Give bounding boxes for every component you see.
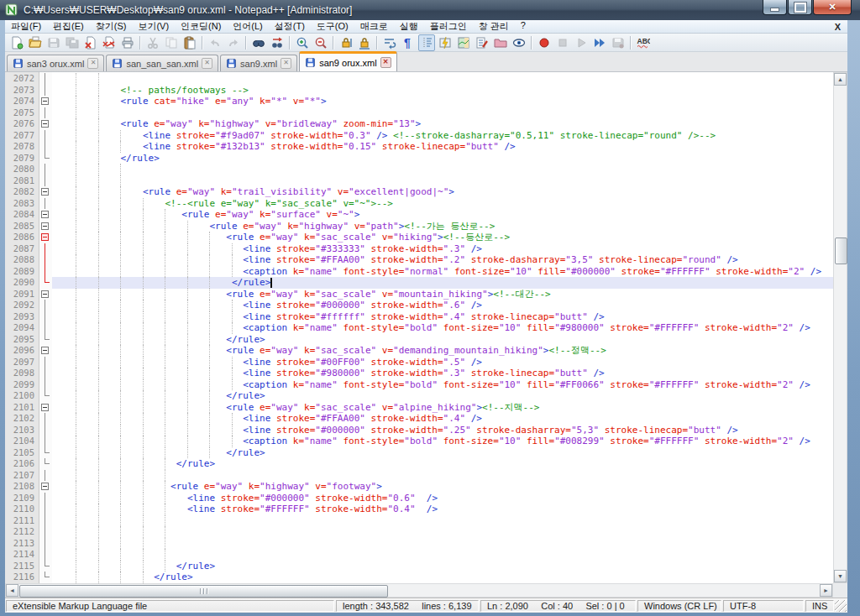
fold-toggle-icon[interactable] [39,96,52,107]
code-line[interactable]: </rule> [52,277,833,289]
vertical-scroll-thumb[interactable] [835,238,847,264]
tab-close-icon[interactable]: ✕ [202,58,212,69]
fold-toggle-icon[interactable] [39,221,52,232]
code-line[interactable]: <line stroke="#00FF00" stroke-width=".5"… [52,357,833,368]
code-line[interactable]: <line stroke="#FFAA00" stroke-width=".4"… [52,413,833,425]
code-line[interactable]: <line stroke="#000000" stroke-width="0.6… [52,493,833,504]
sync-vertical-button[interactable] [338,34,354,51]
menu-item-5[interactable]: 언어(L) [227,20,268,33]
code-line[interactable] [52,515,833,527]
code-line[interactable]: </rule> [52,447,833,459]
tab-san9_orux.xml[interactable]: san9 orux.xml✕ [299,51,396,71]
code-line[interactable]: <rule cat="hike" e="any" k="*" v="*"> [52,96,833,107]
code-line[interactable]: <caption k="name" font-style="normal" fo… [52,266,833,278]
code-line[interactable]: <rule e="way" k="highway" v="path"><!--가… [52,221,833,232]
show-all-characters-button[interactable]: ¶ [400,34,417,51]
scroll-right-arrow-icon[interactable]: ► [820,584,832,597]
code-line[interactable]: <caption k="name" font-style="bold" font… [52,436,833,447]
zoom-out-button[interactable] [312,34,329,51]
paste-button[interactable] [181,34,198,51]
tab-close-icon[interactable]: ✕ [380,57,391,68]
menu-item-10[interactable]: 플러그인 [424,20,473,33]
menu-item-9[interactable]: 실행 [394,20,424,33]
print-button[interactable] [119,34,136,51]
code-line[interactable]: </rule> [52,153,833,164]
menu-item-12[interactable]: ? [515,20,532,33]
code-line[interactable]: </rule> [52,561,833,572]
code-line[interactable]: <line stroke="#FFAA00" stroke-width=".2"… [52,254,833,266]
menu-item-4[interactable]: 인코딩(N) [175,20,227,33]
code-line[interactable] [52,73,833,85]
folder-as-workspace-button[interactable] [492,34,509,51]
code-line[interactable]: <rule e="way" k="sac_scale" v="mountain_… [52,289,833,300]
close-all-button[interactable] [101,34,118,51]
code-line[interactable]: <!--<rule e="way" k="sac_scale" v="~">--… [52,198,833,210]
close-button[interactable]: ✕ [813,0,852,15]
code-line[interactable] [52,470,833,482]
user-defined-dialog-button[interactable] [437,34,454,51]
wrap-lines-button[interactable] [381,34,398,51]
code-line[interactable]: </rule> [52,390,833,402]
fold-toggle-icon[interactable] [39,118,52,130]
code-line[interactable]: <rule e="way" k="sac_scale" v="alpine_hi… [52,402,833,414]
code-line[interactable]: <caption k="name" font-style="bold" font… [52,379,833,391]
code-line[interactable]: <caption k="name" font-style="bold" font… [52,322,833,334]
close-document-button[interactable]: X [835,22,841,32]
menu-item-6[interactable]: 설정(T) [269,20,311,33]
editor[interactable]: 2072 2073 <!-- paths/footways -->2074 <r… [5,72,833,583]
tab-close-icon[interactable]: ✕ [281,58,291,69]
code-line[interactable]: <line stroke="#132b13" stroke-width="0.1… [52,141,833,153]
find-button[interactable] [250,34,267,51]
document-map-button[interactable] [455,34,472,51]
code-line[interactable]: <rule e="way" k="trail_visibility" v="ex… [52,186,833,198]
code-line[interactable]: </rule> [52,458,833,470]
menu-item-11[interactable]: 창 관리 [473,20,515,33]
code-line[interactable]: <rule e="way" k="highway" v="footway"> [52,481,833,493]
menu-item-2[interactable]: 찾기(S) [90,20,133,33]
code-line[interactable]: <rule e="way" k="surface" v="~"> [52,209,833,221]
code-line[interactable]: <line stroke="#000000" stroke-width=".6"… [52,300,833,311]
code-line[interactable]: <line stroke="#FFFFFF" stroke-width="0.4… [52,504,833,515]
code-line[interactable]: <line stroke="#980000" stroke-width=".3"… [52,368,833,379]
code-line[interactable]: <rule e="way" k="sac_scale" v="hiking"><… [52,232,833,243]
sync-horizontal-button[interactable] [356,34,373,51]
fold-toggle-icon[interactable] [39,402,52,414]
code-line[interactable]: <rule e="way" k="sac_scale" v="demanding… [52,345,833,357]
scroll-left-arrow-icon[interactable]: ◄ [6,584,18,597]
code-line[interactable] [52,175,833,187]
tab-san_san_san.xml[interactable]: san_san_san.xml✕ [106,55,218,71]
fold-toggle-icon[interactable] [39,209,52,221]
zoom-in-button[interactable] [294,34,311,51]
horizontal-scroll-thumb[interactable] [19,585,388,598]
menu-item-3[interactable]: 보기(V) [132,20,175,33]
code-line[interactable] [52,549,833,561]
code-line[interactable]: </rule> [52,572,833,583]
code-line[interactable] [52,164,833,175]
minimize-button[interactable] [763,0,787,15]
fold-toggle-icon[interactable] [39,345,52,357]
fold-toggle-icon[interactable] [39,481,52,493]
code-line[interactable] [52,538,833,550]
tab-close-icon[interactable]: ✕ [87,58,98,69]
tab-san9.xml[interactable]: san9.xml✕ [220,55,297,71]
open-file-button[interactable] [27,34,44,51]
replace-button[interactable] [269,34,286,51]
code-line[interactable]: <line stroke="#ffffff" stroke-width=".4"… [52,311,833,323]
scroll-down-arrow-icon[interactable]: ▼ [834,570,847,582]
maximize-button[interactable] [788,0,812,15]
function-list-button[interactable] [474,34,490,51]
code-line[interactable]: <!-- paths/footways --> [52,85,833,97]
code-line[interactable]: <line stroke="#333333" stroke-width=".3"… [52,243,833,255]
code-line[interactable]: <line stroke="#000000" stroke-width=".25… [52,425,833,436]
close-file-button[interactable] [82,34,99,51]
menu-item-7[interactable]: 도구(O) [311,20,354,33]
vertical-scrollbar[interactable]: ▲ ▼ [833,72,847,583]
menu-item-0[interactable]: 파일(F) [5,20,47,33]
tab-san3_orux.xml[interactable]: san3 orux.xml✕ [7,55,104,71]
code-line[interactable]: <line stroke="#f9ad07" stroke-width="0.3… [52,130,833,142]
code-line[interactable] [52,107,833,119]
new-file-button[interactable] [8,34,25,51]
file-monitoring-button[interactable] [511,34,527,51]
horizontal-scrollbar[interactable]: ◄ ► [5,583,833,598]
fold-toggle-icon[interactable] [39,186,52,198]
